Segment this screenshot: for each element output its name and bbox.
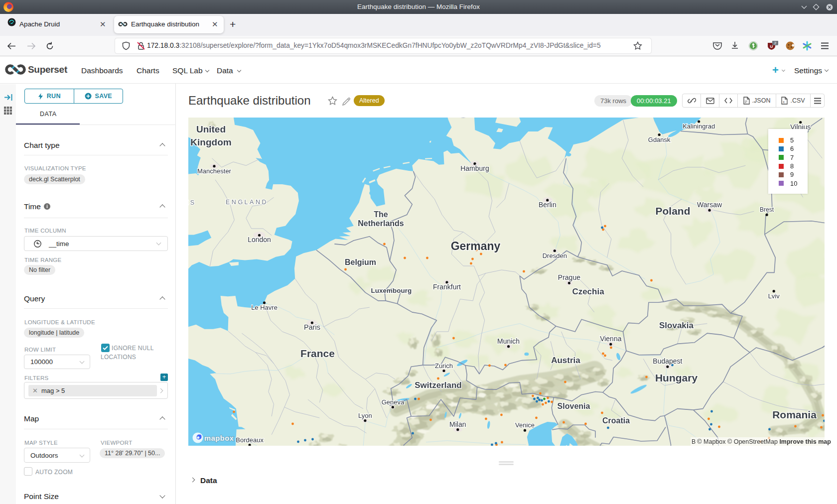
svg-text:x: x [783, 100, 785, 104]
svg-text:Gdansk: Gdansk [648, 136, 671, 143]
svg-text:ENGLAND: ENGLAND [226, 199, 268, 206]
svg-text:ES: ES [188, 199, 196, 206]
svg-text:Croatia: Croatia [602, 416, 630, 425]
svg-text:Lviv: Lviv [768, 292, 780, 300]
svg-text:The: The [374, 210, 388, 219]
svg-text:Manchester: Manchester [197, 167, 232, 175]
svg-text:United: United [196, 124, 226, 134]
svg-text:Zurich: Zurich [435, 362, 453, 370]
svg-text:Lyon: Lyon [358, 412, 372, 419]
svg-text:Le Havre: Le Havre [251, 304, 278, 311]
svg-text:Frankfurt: Frankfurt [433, 283, 461, 291]
svg-text:Vienna: Vienna [600, 335, 622, 343]
svg-text:Slovakia: Slovakia [659, 321, 694, 330]
svg-text:Paris: Paris [304, 323, 320, 331]
svg-text:London: London [248, 236, 271, 244]
svg-text:Germany: Germany [451, 240, 501, 252]
svg-text:France: France [300, 348, 335, 359]
svg-text:Czechia: Czechia [572, 287, 604, 296]
svg-text:Dresden: Dresden [543, 252, 567, 259]
svg-text:Romania: Romania [772, 409, 817, 420]
svg-text:Netherlands: Netherlands [358, 219, 404, 228]
svg-text:Warsaw: Warsaw [697, 201, 722, 209]
svg-text:Luxembourg: Luxembourg [371, 287, 412, 294]
svg-text:Brest: Brest [760, 206, 774, 213]
svg-text:Hungary: Hungary [655, 372, 698, 383]
svg-text:Bordeaux: Bordeaux [236, 436, 264, 444]
svg-text:Slovenia: Slovenia [558, 402, 590, 410]
svg-text:Milan: Milan [449, 420, 466, 428]
svg-text:Budapest: Budapest [653, 357, 682, 365]
svg-text:mapbox: mapbox [204, 434, 234, 442]
svg-text:Prague: Prague [558, 273, 580, 281]
svg-text:Berlin: Berlin [539, 201, 557, 209]
svg-text:Venice: Venice [515, 421, 535, 429]
svg-text:Belgium: Belgium [345, 258, 376, 266]
svg-text:Munich: Munich [497, 337, 520, 345]
svg-text:Switzerland: Switzerland [415, 380, 461, 390]
svg-text:2: 2 [774, 41, 777, 45]
svg-text:Poland: Poland [655, 205, 690, 217]
svg-text:Hamburg: Hamburg [460, 164, 489, 172]
svg-text:Geneva: Geneva [382, 398, 405, 406]
svg-text:Austria: Austria [551, 356, 580, 365]
svg-text:Kingdom: Kingdom [190, 137, 231, 147]
svg-text:Kaliningrad: Kaliningrad [683, 123, 715, 130]
